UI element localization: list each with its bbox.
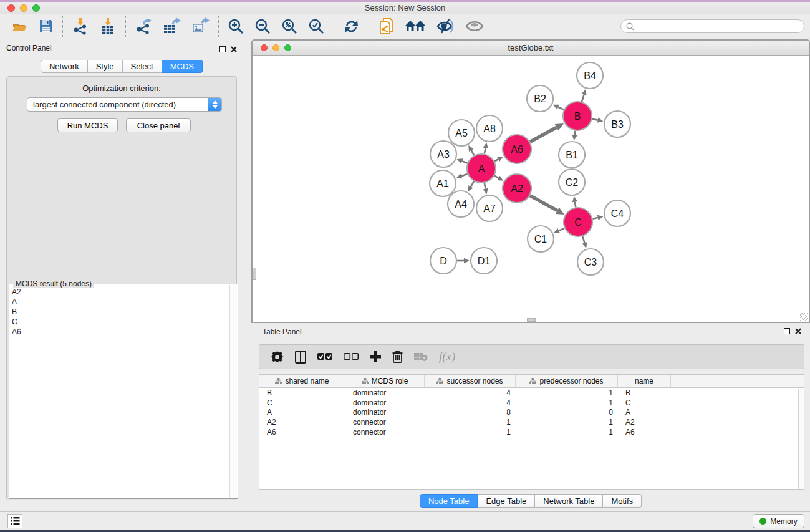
- column-header-predecessor-nodes[interactable]: predecessor nodes: [516, 375, 618, 387]
- table-cell[interactable]: A: [618, 408, 671, 417]
- result-scrollbar[interactable]: [229, 285, 237, 498]
- edge-A-A1[interactable]: [461, 174, 468, 177]
- delete-table-icon[interactable]: [408, 346, 433, 367]
- open-icon[interactable]: [6, 16, 33, 37]
- search-input[interactable]: [637, 22, 799, 31]
- table-cell[interactable]: 1: [425, 418, 516, 427]
- table-cell[interactable]: connector: [345, 428, 425, 437]
- vertical-scrollbar-thumb[interactable]: [253, 268, 256, 280]
- edge-A-A7[interactable]: [485, 183, 486, 189]
- tab-select[interactable]: Select: [123, 60, 162, 73]
- zoom-selected-icon[interactable]: [303, 16, 330, 37]
- select-all-icon[interactable]: [312, 346, 338, 367]
- table-cell[interactable]: 1: [516, 428, 618, 437]
- edge-B-B2[interactable]: [558, 107, 564, 110]
- table-row[interactable]: Adominator80A: [259, 408, 804, 418]
- edge-C-C2[interactable]: [575, 202, 576, 208]
- table-cell[interactable]: dominator: [345, 399, 425, 407]
- edge-A2-C[interactable]: [530, 196, 557, 211]
- table-cell[interactable]: A2: [618, 418, 671, 427]
- edge-A-A4[interactable]: [471, 181, 474, 187]
- tab-network-table[interactable]: Network Table: [535, 494, 603, 508]
- table-cell[interactable]: 4: [425, 399, 516, 407]
- column-icon[interactable]: [289, 346, 312, 367]
- network-window-titlebar[interactable]: testGlobe.txt: [253, 41, 809, 56]
- task-history-button[interactable]: [7, 514, 22, 528]
- mcds-result-list[interactable]: A2ABCA6: [12, 287, 228, 496]
- table-cell[interactable]: 0: [516, 408, 618, 417]
- edge-A-A3[interactable]: [462, 161, 468, 163]
- table-row[interactable]: A2connector11A2: [259, 417, 804, 427]
- edge-A-A5[interactable]: [471, 150, 475, 155]
- memory-button[interactable]: Memory: [753, 514, 804, 528]
- table-cell[interactable]: A6: [618, 428, 671, 437]
- mcds-result-item[interactable]: A6: [12, 327, 228, 337]
- close-button[interactable]: [229, 45, 238, 54]
- network-graph[interactable]: AA1A2A3A4A5A6A7A8BB1B2B3B4CC1C2C3C4DD1: [253, 56, 809, 322]
- table-row[interactable]: A6connector11A6: [259, 427, 804, 437]
- table-cell[interactable]: 4: [425, 389, 516, 397]
- tab-style[interactable]: Style: [88, 60, 123, 73]
- edge-A-A2[interactable]: [494, 176, 498, 178]
- edge-B-B1[interactable]: [575, 131, 576, 135]
- import-network-icon[interactable]: [67, 16, 94, 37]
- table-cell[interactable]: 1: [425, 428, 516, 437]
- table-cell[interactable]: A2: [259, 418, 345, 427]
- table-row[interactable]: Bdominator41B: [259, 388, 804, 398]
- zoom-in-icon[interactable]: [223, 16, 249, 37]
- close-panel-button[interactable]: Close panel: [126, 118, 191, 132]
- edge-B-B4[interactable]: [582, 95, 584, 102]
- zoom-fit-icon[interactable]: [276, 16, 303, 37]
- tab-edge-table[interactable]: Edge Table: [478, 494, 535, 508]
- function-icon[interactable]: f(x): [433, 346, 461, 367]
- edge-A6-B[interactable]: [530, 127, 557, 142]
- table-cell[interactable]: C: [259, 399, 345, 407]
- gear-icon[interactable]: [265, 346, 289, 367]
- horizontal-scrollbar-thumb[interactable]: [527, 318, 536, 322]
- table-cell[interactable]: 8: [425, 408, 516, 417]
- table-cell[interactable]: A6: [259, 428, 345, 437]
- table-float-button[interactable]: [783, 327, 791, 336]
- table-cell[interactable]: connector: [345, 418, 425, 427]
- export-image-icon[interactable]: [186, 16, 215, 37]
- tab-network[interactable]: Network: [41, 60, 88, 73]
- edge-B-B3[interactable]: [592, 119, 598, 120]
- hide-details-icon[interactable]: [431, 16, 460, 37]
- network-canvas[interactable]: AA1A2A3A4A5A6A7A8BB1B2B3B4CC1C2C3C4DD1: [253, 56, 809, 322]
- new-network-icon[interactable]: [373, 16, 400, 37]
- delete-icon[interactable]: [387, 346, 408, 367]
- table-cell[interactable]: 1: [516, 418, 618, 427]
- export-network-icon[interactable]: [130, 16, 157, 37]
- table-cell[interactable]: B: [618, 389, 671, 397]
- add-icon[interactable]: [364, 346, 387, 367]
- import-table-icon[interactable]: [94, 16, 122, 37]
- table-cell[interactable]: C: [618, 399, 671, 407]
- table-close-button[interactable]: [794, 327, 803, 336]
- float-button[interactable]: [218, 45, 227, 54]
- node-table[interactable]: shared nameMCDS rolesuccessor nodesprede…: [259, 374, 804, 490]
- save-icon[interactable]: [33, 16, 59, 37]
- show-details-icon[interactable]: [460, 16, 489, 37]
- edge-C-C3[interactable]: [582, 236, 584, 243]
- column-header-MCDS-role[interactable]: MCDS role: [345, 375, 425, 387]
- mcds-result-item[interactable]: A: [12, 297, 228, 307]
- tab-node-table[interactable]: Node Table: [420, 494, 478, 508]
- deselect-all-icon[interactable]: [338, 346, 364, 367]
- table-cell[interactable]: 1: [516, 389, 618, 397]
- zoom-out-icon[interactable]: [249, 16, 276, 37]
- criterion-select[interactable]: largest connected component (directed): [27, 97, 222, 112]
- edge-A-A6[interactable]: [494, 159, 498, 161]
- column-header-shared-name[interactable]: shared name: [259, 375, 345, 387]
- table-cell[interactable]: dominator: [345, 389, 425, 397]
- column-header-name[interactable]: name: [618, 375, 671, 387]
- table-scrollbar[interactable]: [798, 389, 804, 489]
- refresh-icon[interactable]: [338, 16, 365, 37]
- tab-mcds[interactable]: MCDS: [162, 60, 203, 73]
- edge-A-A8[interactable]: [485, 148, 486, 153]
- table-cell[interactable]: A: [259, 408, 345, 417]
- column-header-successor-nodes[interactable]: successor nodes: [425, 375, 516, 387]
- edge-C-C1[interactable]: [559, 228, 564, 231]
- edge-C-C4[interactable]: [592, 218, 597, 219]
- search-field[interactable]: [620, 19, 804, 33]
- mcds-result-item[interactable]: B: [12, 307, 228, 317]
